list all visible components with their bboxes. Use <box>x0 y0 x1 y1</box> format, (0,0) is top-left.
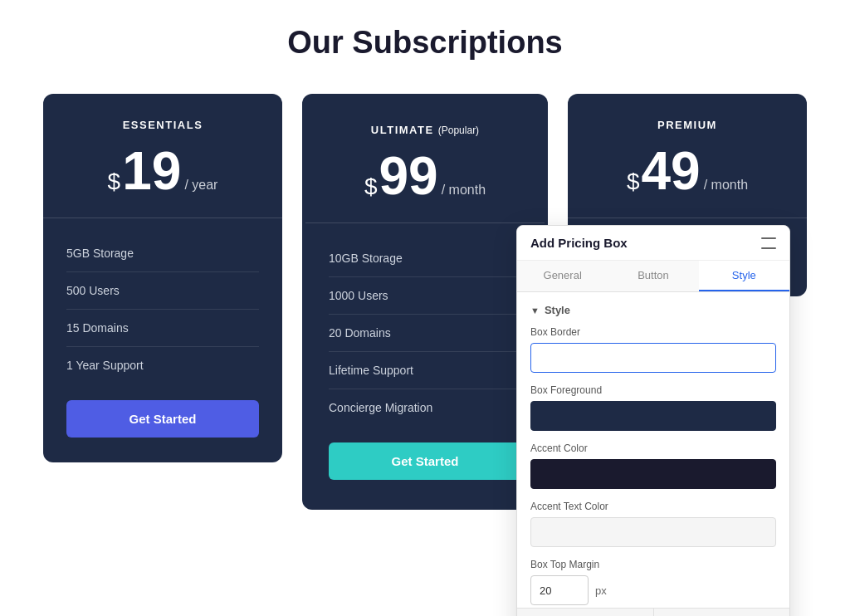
price-amount-ultimate: 99 <box>379 149 438 203</box>
field-label-accent-text-color: Accent Text Color <box>530 501 776 512</box>
price-amount-essentials: 19 <box>122 144 181 198</box>
field-group-box-border: Box Border <box>530 326 776 373</box>
price-amount-premium: 49 <box>642 144 701 198</box>
accent-text-color-input[interactable] <box>530 517 776 547</box>
card-features-ultimate: 10GB Storage 1000 Users 20 Domains Lifet… <box>329 240 521 426</box>
field-unit-px: px <box>595 584 607 597</box>
price-period-ultimate: / month <box>442 183 486 198</box>
tab-style[interactable]: Style <box>699 261 789 291</box>
box-top-margin-input[interactable] <box>530 575 589 605</box>
list-item: 15 Domains <box>66 310 259 347</box>
accent-color-input[interactable] <box>530 459 776 489</box>
get-started-button-ultimate[interactable]: Get Started <box>329 442 521 480</box>
field-label-box-top-margin: Box Top Margin <box>530 559 776 570</box>
card-essentials: ESSENTIALS $ 19 / year 5GB Storage 500 U… <box>43 94 282 462</box>
list-item: 500 Users <box>66 272 259 310</box>
list-item: 5GB Storage <box>66 235 259 272</box>
panel-footer: Save Cancel <box>517 608 789 616</box>
page-wrapper: Our Subscriptions ESSENTIALS $ 19 / year… <box>0 0 850 616</box>
get-started-button-essentials[interactable]: Get Started <box>66 400 259 438</box>
card-price-essentials: $ 19 / year <box>66 144 259 198</box>
tab-general[interactable]: General <box>517 261 608 291</box>
tab-button[interactable]: Button <box>608 261 698 291</box>
card-features-essentials: 5GB Storage 500 Users 15 Domains 1 Year … <box>66 235 259 384</box>
list-item: 20 Domains <box>329 315 521 352</box>
field-group-accent-color: Accent Color <box>530 442 776 489</box>
panel-body: ▼ Style Box Border Box Foreground Accent… <box>517 292 789 608</box>
price-dollar-premium: $ <box>627 169 640 195</box>
field-row-box-top-margin: px <box>530 575 776 605</box>
list-item: 1000 Users <box>329 277 521 315</box>
card-price-ultimate: $ 99 / month <box>329 149 521 203</box>
save-button[interactable]: Save <box>517 609 654 616</box>
card-divider-essentials <box>43 218 282 218</box>
box-border-input[interactable] <box>530 343 776 373</box>
card-divider-ultimate <box>305 222 545 223</box>
card-price-premium: $ 49 / month <box>591 144 784 198</box>
field-group-box-foreground: Box Foreground <box>530 384 776 431</box>
card-ultimate: ULTIMATE (Popular) $ 99 / month 10GB Sto… <box>302 94 548 510</box>
field-group-box-top-margin: Box Top Margin px <box>530 559 776 605</box>
field-label-box-border: Box Border <box>530 326 776 338</box>
page-title: Our Subscriptions <box>33 25 817 61</box>
box-foreground-input[interactable] <box>530 401 776 431</box>
panel-minimize-icon[interactable] <box>761 237 776 249</box>
panel-tabs: General Button Style <box>517 261 789 292</box>
price-dollar-ultimate: $ <box>364 174 378 200</box>
list-item: 1 Year Support <box>66 347 259 384</box>
add-pricing-box-panel: Add Pricing Box General Button Style ▼ S… <box>516 225 790 616</box>
field-group-accent-text-color: Accent Text Color <box>530 501 776 547</box>
card-name-ultimate: ULTIMATE (Popular) <box>329 124 521 136</box>
field-label-accent-color: Accent Color <box>530 442 776 454</box>
pricing-cards: ESSENTIALS $ 19 / year 5GB Storage 500 U… <box>33 94 817 510</box>
list-item: Concierge Migration <box>329 389 521 426</box>
cancel-button[interactable]: Cancel <box>654 609 790 616</box>
panel-title: Add Pricing Box <box>530 236 628 250</box>
panel-header: Add Pricing Box <box>517 226 789 261</box>
price-period-premium: / month <box>704 178 748 193</box>
field-label-box-foreground: Box Foreground <box>530 384 776 396</box>
price-period-essentials: / year <box>184 178 217 193</box>
card-name-essentials: ESSENTIALS <box>66 119 259 131</box>
section-label-style: ▼ Style <box>530 304 776 316</box>
card-divider-premium <box>568 218 807 218</box>
price-dollar-essentials: $ <box>108 169 121 195</box>
list-item: Lifetime Support <box>329 352 521 389</box>
list-item: 10GB Storage <box>329 240 521 277</box>
chevron-down-icon: ▼ <box>530 306 540 315</box>
card-name-premium: PREMIUM <box>591 119 784 131</box>
